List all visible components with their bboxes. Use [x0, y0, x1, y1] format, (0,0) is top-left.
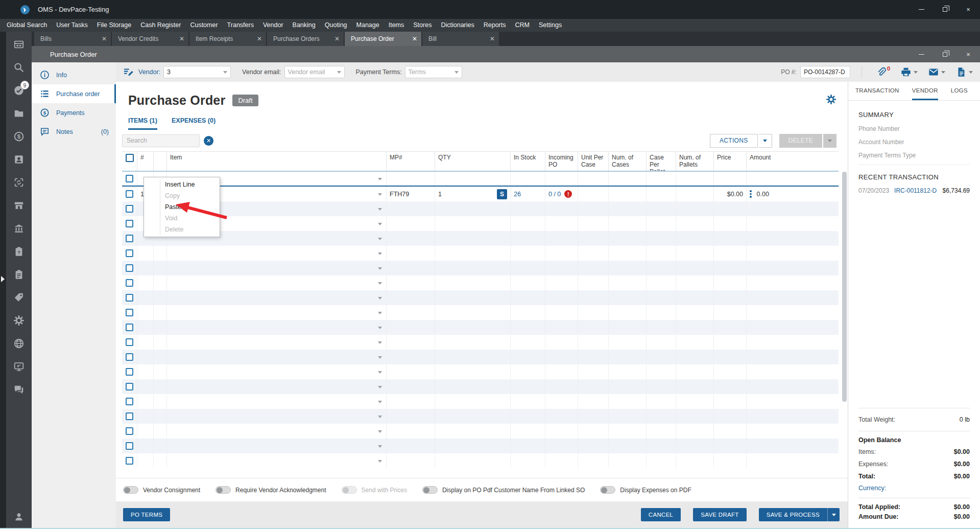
unit-per-case-cell[interactable] — [578, 305, 609, 320]
in-stock-cell[interactable] — [511, 364, 545, 379]
price-cell[interactable] — [714, 379, 747, 394]
qty-cell[interactable] — [435, 394, 511, 409]
email-button[interactable] — [928, 66, 945, 78]
in-stock-cell[interactable] — [511, 409, 545, 424]
case-per-pallet-cell[interactable] — [647, 364, 676, 379]
chevron-down-icon[interactable] — [378, 312, 382, 314]
table-row[interactable]: 1 FTH79 1S 26 0 / 0! $0.00 0.00 — [122, 187, 839, 201]
num-of-pallets-cell[interactable] — [676, 424, 714, 439]
incoming-po-cell[interactable] — [545, 320, 578, 335]
column-header[interactable]: Unit Per Case — [578, 152, 609, 171]
in-stock-cell[interactable]: 26 — [511, 187, 545, 201]
price-cell[interactable]: $0.00 — [714, 187, 747, 201]
rail-expander-icon[interactable] — [1, 276, 5, 282]
chevron-down-icon[interactable] — [378, 371, 382, 374]
menu-item[interactable]: Items — [384, 19, 409, 32]
num-of-pallets-cell[interactable] — [676, 409, 714, 424]
qty-cell[interactable] — [435, 201, 511, 216]
table-row[interactable] — [122, 409, 839, 424]
unit-per-case-cell[interactable] — [578, 172, 609, 186]
globe-icon[interactable] — [13, 337, 25, 350]
num-of-cases-cell[interactable] — [609, 350, 647, 364]
amount-cell[interactable] — [747, 335, 839, 350]
unit-per-case-cell[interactable] — [578, 453, 609, 468]
column-header[interactable]: # — [137, 152, 154, 171]
nav-item-info[interactable]: Info — [32, 65, 116, 84]
price-cell[interactable] — [714, 275, 747, 290]
incoming-po-cell[interactable] — [545, 439, 578, 453]
table-row[interactable] — [122, 290, 839, 305]
chevron-down-icon[interactable] — [378, 223, 382, 225]
price-cell[interactable] — [714, 261, 747, 275]
menu-item[interactable]: CRM — [511, 19, 534, 32]
nav-item-purchase-order[interactable]: Purchase order — [32, 84, 116, 103]
unit-per-case-cell[interactable] — [578, 216, 609, 231]
chevron-down-icon[interactable] — [378, 356, 382, 359]
row-checkbox[interactable] — [126, 383, 133, 390]
price-cell[interactable] — [714, 172, 747, 186]
mp-cell[interactable] — [387, 231, 435, 246]
case-per-pallet-cell[interactable] — [647, 335, 676, 350]
incoming-po-cell[interactable] — [545, 394, 578, 409]
mp-cell[interactable] — [387, 350, 435, 364]
in-stock-cell[interactable] — [511, 201, 545, 216]
chevron-down-icon[interactable] — [378, 297, 382, 300]
option-toggle[interactable]: Send with Prices — [342, 486, 407, 494]
item-cell[interactable] — [167, 320, 387, 335]
option-toggle[interactable]: Require Vendor Acknowledgment — [216, 486, 326, 494]
table-row[interactable] — [122, 350, 839, 364]
column-header[interactable]: Case Per Pallet — [647, 152, 676, 171]
row-checkbox[interactable] — [126, 324, 133, 331]
chat-icon[interactable] — [13, 383, 25, 396]
num-of-cases-cell[interactable] — [609, 424, 647, 439]
incoming-po-cell[interactable] — [545, 216, 578, 231]
case-per-pallet-cell[interactable] — [647, 290, 676, 305]
export-document-button[interactable] — [955, 66, 973, 78]
mp-cell[interactable] — [387, 409, 435, 424]
qty-cell[interactable] — [435, 379, 511, 394]
price-cell[interactable] — [714, 350, 747, 364]
tab-vendor[interactable]: VENDOR — [912, 82, 938, 100]
num-of-cases-cell[interactable] — [609, 201, 647, 216]
column-header[interactable]: QTY — [435, 152, 511, 171]
price-cell[interactable] — [714, 364, 747, 379]
close-button[interactable]: × — [957, 0, 980, 19]
context-menu-item[interactable]: Insert Line — [144, 179, 220, 190]
tab-items[interactable]: ITEMS (1) — [128, 117, 157, 130]
item-cell[interactable] — [167, 409, 387, 424]
num-of-pallets-cell[interactable] — [676, 216, 714, 231]
close-icon[interactable]: ✕ — [257, 35, 262, 42]
in-stock-cell[interactable] — [511, 379, 545, 394]
price-cell[interactable] — [714, 394, 747, 409]
mp-cell[interactable] — [387, 261, 435, 275]
in-stock-cell[interactable] — [511, 424, 545, 439]
case-per-pallet-cell[interactable] — [647, 394, 676, 409]
unit-per-case-cell[interactable] — [578, 231, 609, 246]
incoming-po-cell[interactable] — [545, 246, 578, 261]
amount-cell[interactable] — [747, 172, 839, 186]
option-toggle[interactable]: Display on PO Pdf Customer Name From Lin… — [422, 486, 585, 494]
amount-cell[interactable] — [747, 231, 839, 246]
num-of-cases-cell[interactable] — [609, 453, 647, 468]
cancel-button[interactable]: CANCEL — [641, 508, 681, 521]
sync-icon[interactable] — [13, 176, 25, 189]
item-cell[interactable] — [167, 335, 387, 350]
price-cell[interactable] — [714, 320, 747, 335]
in-stock-cell[interactable] — [511, 172, 545, 186]
chevron-down-icon[interactable] — [378, 327, 382, 329]
in-stock-cell[interactable] — [511, 439, 545, 453]
store-icon[interactable] — [13, 199, 25, 212]
case-per-pallet-cell[interactable] — [647, 453, 676, 468]
amount-cell[interactable] — [747, 261, 839, 275]
incoming-po-cell[interactable] — [545, 305, 578, 320]
attachments-button[interactable]: 0 — [875, 66, 890, 78]
in-stock-cell[interactable] — [511, 231, 545, 246]
close-icon[interactable]: ✕ — [490, 35, 495, 42]
contacts-icon[interactable] — [13, 153, 25, 166]
clear-search-icon[interactable]: ✕ — [204, 136, 213, 146]
amount-cell[interactable] — [747, 394, 839, 409]
row-checkbox[interactable] — [126, 457, 133, 465]
num-of-cases-cell[interactable] — [609, 335, 647, 350]
table-row[interactable] — [122, 394, 839, 409]
incoming-po-cell[interactable] — [545, 275, 578, 290]
